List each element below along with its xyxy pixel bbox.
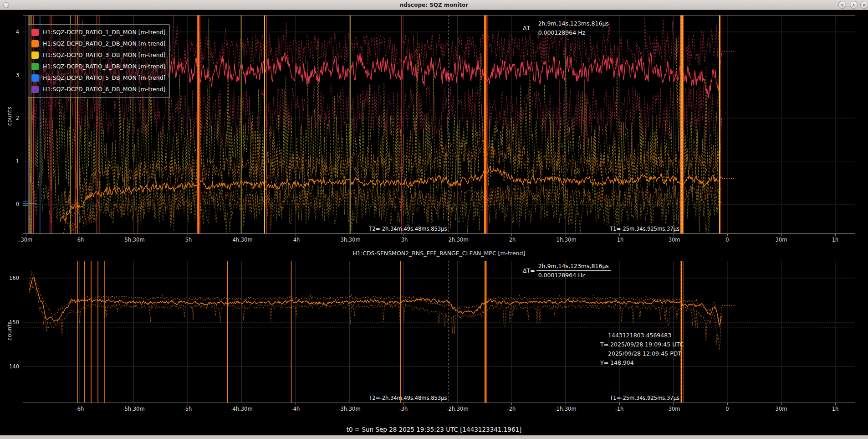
plot-border	[23, 261, 855, 403]
x-tick-mark	[674, 234, 674, 236]
readout-yvalue: Y= 148.904	[600, 359, 634, 366]
ndscope-window: ndscope: SQZ monitor ∨ ∧ × counts H1:SQZ…	[0, 0, 868, 439]
y-tick-label: 2	[4, 115, 19, 121]
x-tick-mark	[835, 403, 836, 405]
legend-label: H1:SQZ-DCPD_RATIO_6_DB_MON [m-trend]	[43, 86, 165, 93]
legend-label: H1:SQZ-DCPD_RATIO_5_DB_MON [m-trend]	[43, 74, 165, 81]
legend[interactable]: H1:SQZ-DCPD_RATIO_1_DB_MON [m-trend]H1:S…	[28, 24, 170, 98]
window-title: ndscope: SQZ monitor	[400, 2, 468, 8]
x-tick-label: -5h	[184, 237, 192, 243]
delta-t-frequency: 0.000128964 Hz	[536, 28, 611, 36]
readout-gps: 1443121803.4569483	[608, 332, 671, 339]
x-tick-mark	[26, 234, 26, 236]
x-tick-mark	[566, 234, 566, 236]
x-tick-label: -1h,30m	[554, 237, 576, 243]
bottom-plot-canvas[interactable]	[23, 261, 855, 403]
legend-item[interactable]: H1:SQZ-DCPD_RATIO_4_DB_MON [m-trend]	[28, 61, 169, 72]
x-tick-mark	[835, 234, 836, 236]
x-tick-label: -2h	[507, 237, 516, 243]
x-tick-label: -5h,30m	[123, 406, 144, 412]
x-tick-mark	[188, 234, 188, 236]
x-tick-mark	[80, 403, 80, 405]
x-tick-label: -2h,30m	[446, 237, 468, 243]
delta-t-annotation-bottom: ΔT= 2h,9m,14s,123ms,816µs 0.000128964 Hz	[523, 263, 611, 279]
maximize-button[interactable]: ∧	[850, 1, 858, 9]
x-tick-mark	[242, 234, 242, 236]
x-tick-label: -1h	[615, 406, 624, 412]
minimize-button[interactable]: ∨	[838, 1, 846, 9]
t1-cursor-label-top[interactable]: T1=-25m,34s,925ms,37µs	[610, 226, 679, 232]
x-tick-mark	[727, 403, 728, 405]
legend-swatch	[31, 29, 39, 36]
y-tick-label: 4	[4, 29, 19, 35]
x-tick-label: -3h,30m	[338, 237, 360, 243]
legend-label: H1:SQZ-DCPD_RATIO_3_DB_MON [m-trend]	[43, 52, 165, 58]
t2-cursor-label-bottom[interactable]: T2=-2h,34m,49s,48ms,853µs	[369, 395, 447, 401]
legend-item[interactable]: H1:SQZ-DCPD_RATIO_5_DB_MON [m-trend]	[28, 72, 169, 83]
legend-swatch	[31, 63, 39, 70]
legend-item[interactable]: H1:SQZ-DCPD_RATIO_3_DB_MON [m-trend]	[28, 49, 169, 61]
legend-label: H1:SQZ-DCPD_RATIO_2_DB_MON [m-trend]	[43, 40, 165, 47]
x-tick-label: -3h	[399, 237, 408, 243]
x-tick-label: -6h	[76, 237, 84, 243]
legend-label: H1:SQZ-DCPD_RATIO_1_DB_MON [m-trend]	[43, 29, 165, 36]
close-button[interactable]: ×	[860, 1, 868, 9]
x-tick-mark	[242, 403, 242, 405]
x-tick-mark	[403, 234, 404, 236]
x-tick-mark	[403, 403, 404, 405]
x-tick-mark	[781, 403, 782, 405]
x-tick-label: -5h,30m	[123, 237, 144, 243]
x-tick-label: 30m	[776, 237, 787, 243]
x-tick-label: -30m	[667, 406, 680, 412]
y-tick-label: 3	[4, 72, 19, 78]
x-tick-label: -3h,30m	[338, 406, 360, 412]
legend-label: H1:SQZ-DCPD_RATIO_4_DB_MON [m-trend]	[43, 63, 165, 70]
x-tick-label: -4h	[291, 406, 300, 412]
legend-swatch	[31, 74, 39, 82]
x-tick-mark	[619, 234, 620, 236]
legend-item[interactable]: H1:SQZ-DCPD_RATIO_2_DB_MON [m-trend]	[28, 38, 169, 49]
y-tick-label: 150	[4, 319, 19, 325]
x-tick-mark	[619, 403, 620, 405]
x-tick-mark	[350, 403, 350, 405]
t1-cursor-label-bottom[interactable]: T1=-25m,34s,925ms,37µs	[610, 395, 679, 401]
window-bottom-strip	[0, 435, 868, 439]
x-tick-label: ,30m	[19, 237, 33, 243]
x-tick-label: -5h	[184, 406, 192, 412]
x-tick-label: -30m	[667, 237, 680, 243]
x-tick-mark	[458, 234, 458, 236]
bottom-plot-title: H1:CDS-SENSMON2_BNS_EFF_RANGE_CLEAN_MPC …	[23, 250, 855, 257]
legend-swatch	[31, 86, 39, 93]
x-tick-label: -1h	[615, 237, 624, 243]
x-tick-mark	[350, 234, 350, 236]
x-tick-mark	[80, 234, 80, 236]
x-tick-mark	[511, 234, 512, 236]
legend-item[interactable]: H1:SQZ-DCPD_RATIO_1_DB_MON [m-trend]	[28, 26, 169, 38]
x-tick-mark	[566, 403, 566, 405]
y-tick-label: 1	[4, 158, 19, 165]
x-tick-mark	[296, 234, 296, 236]
t0-status-text: t0 = Sun Sep 28 2025 19:35:23 UTC [14431…	[0, 426, 868, 433]
x-tick-label: -2h	[507, 406, 516, 412]
x-tick-mark	[781, 234, 782, 236]
app-icon	[3, 2, 9, 8]
trace-range-mean	[29, 277, 721, 325]
x-tick-mark	[511, 403, 512, 405]
x-tick-mark	[458, 403, 458, 405]
window-titlebar[interactable]: ndscope: SQZ monitor ∨ ∧ ×	[0, 0, 868, 10]
delta-t-duration: 2h,9m,14s,123ms,816µs	[536, 263, 611, 271]
y-tick-label: 0	[4, 201, 19, 207]
legend-item[interactable]: H1:SQZ-DCPD_RATIO_6_DB_MON [m-trend]	[28, 83, 169, 95]
trace-range-min-envelope	[29, 282, 722, 350]
delta-t-prefix: ΔT=	[523, 267, 535, 274]
x-tick-label: -6h	[76, 406, 84, 412]
x-tick-label: 1h	[832, 237, 839, 243]
x-tick-label: 0	[725, 237, 729, 243]
x-tick-label: 30m	[776, 406, 787, 412]
readout-local: 2025/09/28 12:09:45 PDT	[608, 350, 681, 357]
x-tick-label: -3h	[399, 406, 408, 412]
legend-swatch	[31, 40, 39, 47]
t2-cursor-label-top[interactable]: T2=-2h,34m,49s,48ms,853µs	[369, 226, 447, 232]
readout-utc: T= 2025/09/28 19:09:45 UTC	[600, 341, 684, 348]
x-tick-mark	[727, 234, 728, 236]
